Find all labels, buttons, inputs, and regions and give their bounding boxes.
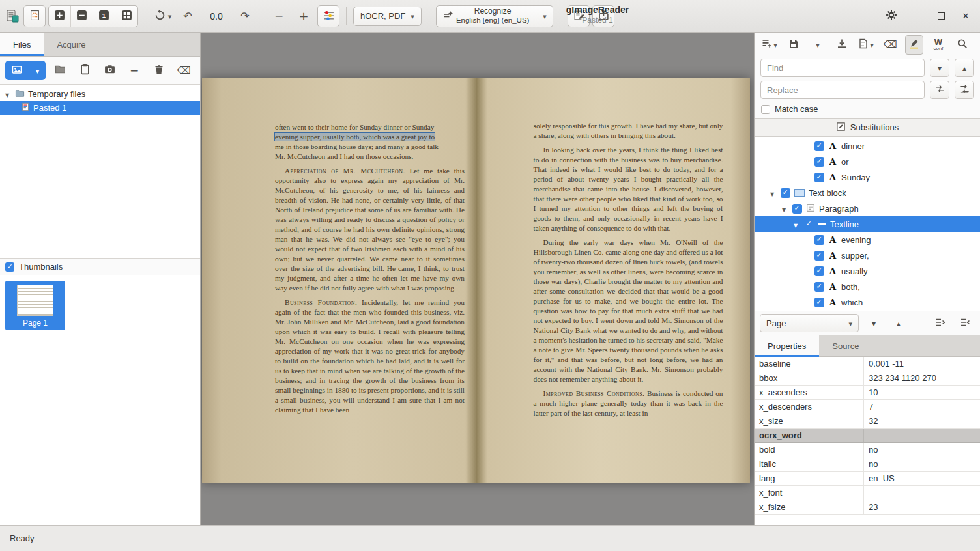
rotation-input[interactable] xyxy=(201,8,231,25)
checkbox[interactable] xyxy=(814,298,824,307)
apply-substitutions-button[interactable] xyxy=(833,35,851,55)
save-dropdown-button[interactable] xyxy=(809,35,827,55)
page-select[interactable]: Page xyxy=(760,314,859,332)
confidence-toggle[interactable]: W conf xyxy=(929,35,947,55)
tab-properties[interactable]: Properties xyxy=(755,335,819,357)
hocr-word-row[interactable]: evening xyxy=(755,232,980,247)
tab-files[interactable]: Files xyxy=(0,33,44,56)
property-value[interactable]: 10 xyxy=(864,386,980,399)
property-row[interactable]: x_descenders7 xyxy=(755,400,980,414)
property-row[interactable]: x_size32 xyxy=(755,414,980,429)
property-value[interactable]: 23 xyxy=(864,500,980,514)
find-next-button[interactable] xyxy=(930,59,949,77)
expander-icon[interactable] xyxy=(782,204,788,214)
zoom-original-button[interactable]: 1 xyxy=(93,6,115,27)
open-output-button[interactable] xyxy=(592,5,614,27)
close-button[interactable] xyxy=(957,7,975,25)
hocr-word-row[interactable]: Sunday xyxy=(755,169,980,185)
thumbnail-page-1[interactable]: Page 1 xyxy=(5,281,65,330)
ocr-mode-select[interactable]: hOCR, PDF xyxy=(353,7,422,26)
prev-page-button[interactable] xyxy=(889,314,908,332)
select-tool-button[interactable] xyxy=(23,5,46,27)
output-editor-toggle[interactable] xyxy=(568,5,590,27)
tab-source[interactable]: Source xyxy=(819,335,872,357)
property-value[interactable]: no xyxy=(864,457,980,471)
rotate-left-button[interactable] xyxy=(177,5,199,27)
hocr-word-row[interactable]: dinner xyxy=(755,138,980,154)
add-images-dropdown[interactable] xyxy=(29,61,46,80)
document-canvas[interactable]: often went to their home for Sunday dinn… xyxy=(201,33,754,525)
replace-button[interactable] xyxy=(930,81,949,99)
property-value[interactable]: 7 xyxy=(864,400,980,414)
find-prev-button[interactable] xyxy=(955,59,974,77)
find-replace-toggle[interactable] xyxy=(953,35,972,55)
property-row[interactable]: x_font xyxy=(755,486,980,500)
decrease-button[interactable] xyxy=(268,5,290,27)
checkbox[interactable] xyxy=(814,173,824,182)
delete-source-button[interactable] xyxy=(149,61,169,80)
open-folder-button[interactable] xyxy=(50,61,70,80)
hocr-textline-row-selected[interactable]: Textline xyxy=(755,216,980,232)
remove-source-button[interactable] xyxy=(124,61,145,80)
checkbox[interactable] xyxy=(814,251,824,261)
property-row[interactable]: italicno xyxy=(755,457,980,472)
property-row[interactable]: bbox323 234 1120 270 xyxy=(755,371,980,386)
hocr-word-row[interactable]: usually xyxy=(755,263,980,279)
hocr-word-row[interactable]: both, xyxy=(755,279,980,294)
checkbox[interactable] xyxy=(781,188,790,198)
add-images-button[interactable] xyxy=(5,61,29,80)
recognize-language-dropdown[interactable] xyxy=(536,5,553,27)
open-hocr-button[interactable] xyxy=(760,35,779,55)
expander-icon[interactable] xyxy=(5,89,12,99)
zoom-fit-button[interactable] xyxy=(115,6,137,27)
checkbox[interactable] xyxy=(814,282,824,292)
next-page-button[interactable] xyxy=(864,314,884,332)
property-value[interactable]: en_US xyxy=(864,472,980,485)
checkbox[interactable] xyxy=(814,157,824,167)
hocr-textblock-row[interactable]: Text block xyxy=(755,185,980,201)
find-input[interactable] xyxy=(760,59,925,77)
hocr-word-row[interactable]: which xyxy=(755,294,980,310)
checkbox[interactable] xyxy=(814,266,824,276)
image-controls-button[interactable] xyxy=(317,5,339,27)
clear-sources-button[interactable] xyxy=(173,61,194,80)
checkbox[interactable] xyxy=(804,219,814,229)
expander-icon[interactable] xyxy=(794,219,800,229)
property-value[interactable]: 323 234 1120 270 xyxy=(864,371,980,385)
property-row[interactable]: baseline0.001 -11 xyxy=(755,357,980,371)
substitutions-button[interactable]: Substitutions xyxy=(755,118,980,137)
settings-button[interactable] xyxy=(882,7,901,25)
hocr-word-row[interactable]: or xyxy=(755,154,980,169)
thumbnails-checkbox[interactable] xyxy=(5,262,14,272)
property-value[interactable] xyxy=(864,486,980,500)
clear-output-button[interactable] xyxy=(881,35,899,55)
screenshot-button[interactable] xyxy=(99,61,120,80)
property-row[interactable]: langen_US xyxy=(755,472,980,486)
property-row[interactable]: boldno xyxy=(755,443,980,457)
minimize-button[interactable] xyxy=(907,7,925,25)
property-row[interactable]: x_fsize23 xyxy=(755,500,980,515)
tab-acquire[interactable]: Acquire xyxy=(44,33,98,56)
checkbox[interactable] xyxy=(814,141,824,151)
property-value[interactable]: 32 xyxy=(864,414,980,428)
property-value[interactable]: no xyxy=(864,443,980,457)
hocr-paragraph-row[interactable]: Paragraph xyxy=(755,201,980,216)
property-value[interactable]: 0.001 -11 xyxy=(864,357,980,371)
collapse-all-button[interactable] xyxy=(955,314,975,332)
tree-item-temporary-files[interactable]: Temporary files xyxy=(0,87,200,101)
match-case-checkbox[interactable] xyxy=(761,105,770,114)
save-hocr-button[interactable] xyxy=(785,35,803,55)
export-document-button[interactable] xyxy=(857,35,875,55)
zoom-in-button[interactable] xyxy=(49,6,71,27)
rotate-mode-dropdown[interactable] xyxy=(152,5,174,27)
recognize-button[interactable]: Recognize English [eng] (en_US) xyxy=(436,5,537,27)
selected-textline-highlight[interactable]: evening supper, usually both, which was … xyxy=(275,133,435,141)
expand-all-button[interactable] xyxy=(930,314,950,332)
replace-all-button[interactable] xyxy=(955,81,974,99)
property-row[interactable]: x_ascenders10 xyxy=(755,386,980,400)
replace-input[interactable] xyxy=(760,81,925,99)
highlight-mode-toggle[interactable] xyxy=(905,35,923,55)
tree-item-pasted-1[interactable]: Pasted 1 xyxy=(0,101,200,115)
checkbox[interactable] xyxy=(792,204,802,214)
expander-icon[interactable] xyxy=(770,188,777,198)
